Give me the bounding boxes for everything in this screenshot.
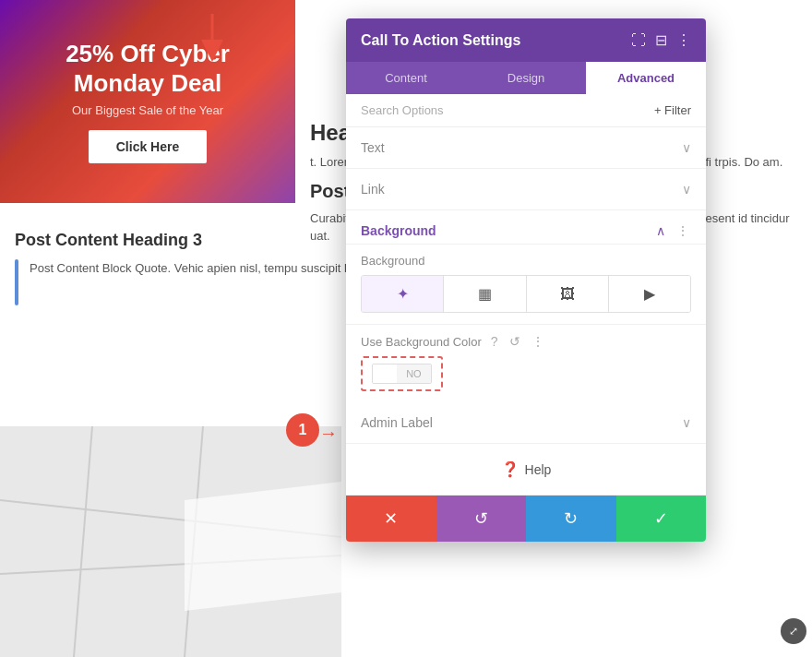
panel-search-bar: Search Options + Filter xyxy=(346,94,706,127)
arrow-indicator xyxy=(185,9,240,65)
reset-icon-bg[interactable]: ↺ xyxy=(508,334,522,349)
expand-icon[interactable]: ⛶ xyxy=(631,32,646,49)
hero-subtitle: Our Biggest Sale of the Year xyxy=(18,103,277,117)
columns-icon[interactable]: ⊟ xyxy=(655,31,667,49)
background-label-header: Background xyxy=(361,223,436,238)
tab-content[interactable]: Content xyxy=(346,62,466,94)
use-bg-color-row: Use Background Color ? ↺ ⋮ xyxy=(346,325,706,352)
panel-tabs: Content Design Advanced xyxy=(346,62,706,94)
more-icon-bg[interactable]: ⋮ xyxy=(530,334,546,349)
cancel-button[interactable]: ✕ xyxy=(346,496,436,542)
text-label: Text xyxy=(361,140,385,155)
background-header-icons: ∧ ⋮ xyxy=(656,223,691,238)
toggle-option-empty[interactable] xyxy=(373,364,397,383)
map-svg xyxy=(0,426,341,657)
panel-title: Call To Action Settings xyxy=(361,32,520,49)
bg-type-color-btn[interactable]: ✦ xyxy=(362,276,444,312)
background-more-icon[interactable]: ⋮ xyxy=(675,223,691,238)
bg-type-row: ✦ ▦ 🖼 ▶ xyxy=(361,275,691,313)
link-section-row[interactable]: Link ∨ xyxy=(346,169,706,210)
toggle-dashed-box: NO xyxy=(361,356,443,391)
background-section-row[interactable]: Background ∧ ⋮ xyxy=(346,210,706,245)
expand-more-button[interactable]: ⤢ xyxy=(781,618,806,644)
background-chevron-up-icon: ∧ xyxy=(656,223,665,238)
bg-gradient-icon: ▦ xyxy=(478,286,492,302)
help-row[interactable]: ❓ Help xyxy=(346,444,706,495)
hero-cta-button[interactable]: Click Here xyxy=(89,130,207,163)
bg-type-gradient-btn[interactable]: ▦ xyxy=(444,276,526,312)
filter-button[interactable]: + Filter xyxy=(654,103,691,117)
svg-marker-6 xyxy=(185,482,341,611)
text-section-row[interactable]: Text ∨ xyxy=(346,127,706,169)
panel-header: Call To Action Settings ⛶ ⊟ ⋮ xyxy=(346,18,706,62)
step-badge: 1 xyxy=(286,413,319,447)
undo-button[interactable]: ↺ xyxy=(436,496,527,542)
admin-label-section-row[interactable]: Admin Label ∨ xyxy=(346,402,706,444)
link-chevron-icon: ∨ xyxy=(682,182,691,197)
save-button[interactable]: ✓ xyxy=(616,496,707,542)
text-chevron-icon: ∨ xyxy=(682,140,691,155)
background-sub-label: Background xyxy=(361,254,691,268)
hero-banner: 25% Off Cyber Monday Deal Our Biggest Sa… xyxy=(0,0,295,203)
help-label: Help xyxy=(525,462,552,477)
admin-chevron-icon: ∨ xyxy=(682,415,691,430)
blockquote-bar xyxy=(15,259,18,305)
toggle-switch[interactable]: NO xyxy=(372,364,432,384)
admin-label: Admin Label xyxy=(361,415,433,430)
tab-advanced[interactable]: Advanced xyxy=(586,62,706,94)
bg-type-image-btn[interactable]: 🖼 xyxy=(527,276,609,312)
toggle-area: NO xyxy=(346,352,706,402)
step-arrow: → xyxy=(319,423,338,444)
bg-image-icon: 🖼 xyxy=(560,286,575,302)
use-bg-color-label: Use Background Color xyxy=(361,335,482,349)
tab-design[interactable]: Design xyxy=(466,62,586,94)
search-placeholder[interactable]: Search Options xyxy=(361,103,444,117)
more-vertical-icon[interactable]: ⋮ xyxy=(676,31,691,49)
bg-type-video-btn[interactable]: ▶ xyxy=(609,276,690,312)
link-label: Link xyxy=(361,182,385,197)
map-area xyxy=(0,426,341,657)
redo-button[interactable]: ↻ xyxy=(526,496,616,542)
panel-header-icons: ⛶ ⊟ ⋮ xyxy=(631,31,691,49)
toggle-option-no[interactable]: NO xyxy=(397,364,431,383)
background-section-body: Background ✦ ▦ 🖼 ▶ xyxy=(346,254,706,325)
settings-panel: Call To Action Settings ⛶ ⊟ ⋮ Content De… xyxy=(346,18,706,542)
expand-more-icon: ⤢ xyxy=(789,625,798,638)
help-circle-icon: ❓ xyxy=(501,460,519,478)
help-icon-bg[interactable]: ? xyxy=(489,334,500,349)
panel-actions: ✕ ↺ ↻ ✓ xyxy=(346,495,706,542)
bg-color-icon: ✦ xyxy=(397,286,409,302)
bg-video-icon: ▶ xyxy=(644,286,655,302)
